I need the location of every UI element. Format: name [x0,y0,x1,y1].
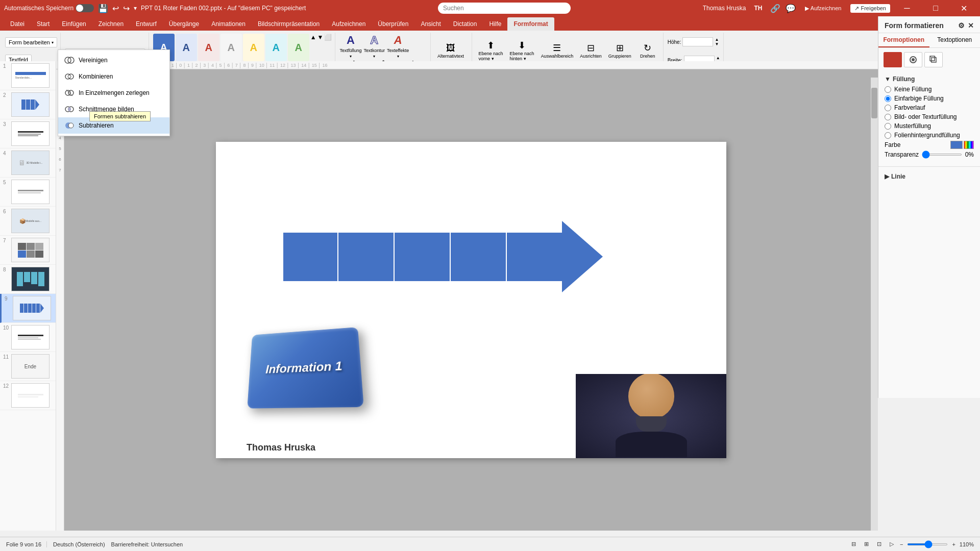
slide-thumb-11[interactable]: 11 Ende [0,352,56,381]
line-section-header[interactable]: ▶ Linie [885,173,974,180]
scroll-vertical[interactable] [871,78,878,531]
formenarten-down[interactable]: ▼ [317,34,324,41]
fill-radio-gradient[interactable] [885,105,891,111]
fill-radio-pattern[interactable] [885,123,891,130]
tab-einfugen[interactable]: Einfügen [56,17,92,31]
color-swatch[interactable] [950,141,963,149]
view-present-btn[interactable]: ▷ [888,540,896,548]
textfullung-btn[interactable]: A Textfüllung ▾ [339,34,361,59]
ebene-vor-btn[interactable]: ⬆ Ebene nachvorne ▾ [476,39,506,63]
shape-icon-3d[interactable] [924,52,943,67]
tab-aufzeichnen[interactable]: Aufzeichnen [326,17,372,31]
fill-radio-background[interactable] [885,132,891,139]
gruppieren-btn[interactable]: ⊞ Gruppieren [606,42,634,60]
slide-thumb-3[interactable]: 3 [0,119,56,148]
tab-ansicht[interactable]: Ansicht [414,17,447,31]
auswahl-btn[interactable]: ☰ Auswahlbereich [538,42,576,60]
fill-radio-solid[interactable] [885,95,891,102]
present-btn[interactable]: ▶ Aufzeichnen [801,4,845,13]
formenarten-expand[interactable]: ⬜ [324,34,332,41]
form-bearbeiten-btn[interactable]: Form bearbeiten ▾ [5,37,57,47]
slide-thumb-7[interactable]: 7 [0,236,56,265]
slide-thumb-12[interactable]: 12 [0,381,56,410]
slide-canvas[interactable]: Information 1 Thomas Hruska [64,69,878,531]
fill-option-gradient[interactable]: Farbverlauf [885,104,974,111]
texteffekte-btn[interactable]: A Texteffekte ▾ [387,34,409,59]
textkontur-btn[interactable]: A Textkontur ▾ [363,34,385,59]
tab-dictation[interactable]: Dictation [447,17,483,31]
merge-einzelmengen[interactable]: In Einzelmengen zerlegen [58,85,169,101]
tab-uberprufen[interactable]: Überprüfen [372,17,414,31]
search-input[interactable] [438,3,571,14]
autosave-toggle[interactable]: Automatisches Speichern [4,4,94,12]
scroll-thumb[interactable] [871,88,877,118]
minus-zoom-btn[interactable]: − [900,541,903,547]
shape-icon-fill[interactable] [884,52,902,67]
slide-thumb-8[interactable]: 8 [0,265,56,294]
comment-icon[interactable]: 💬 [786,4,796,13]
fill-radio-image[interactable] [885,114,891,120]
transparency-slider[interactable] [922,154,962,156]
tab-prasentation[interactable]: Bildschirmpräsentation [252,17,326,31]
style-btn-2[interactable]: A [176,34,197,61]
rpanel-tab-form[interactable]: Formoptionen [878,33,929,47]
hohe-arrows[interactable]: ▲▼ [715,37,719,46]
alternativtext-btn[interactable]: 🖼 Alternativtext [435,42,467,60]
slide-thumb-4[interactable]: 4 🖥 3D Modelle i... [0,148,56,178]
tab-formformat[interactable]: Formformat [507,17,554,31]
view-outline-btn[interactable]: ⊞ [862,540,871,548]
redo-icon[interactable]: ↪ [123,4,130,13]
fill-option-pattern[interactable]: Musterfüllung [885,122,974,130]
more-icon[interactable]: ▾ [134,5,137,12]
slide-thumb-2[interactable]: 2 [0,90,56,119]
ausrichten-btn[interactable]: ⊟ Ausrichten [577,42,604,60]
style-btn-3[interactable]: A [198,34,219,61]
arrow-shape[interactable] [282,221,603,292]
tab-hilfe[interactable]: Hilfe [483,17,507,31]
save-icon[interactable]: 💾 [98,4,108,13]
freigeben-btn[interactable]: ↗ Freigeben [850,4,890,13]
slide-thumb-10[interactable]: 10 [0,323,56,352]
style-btn-5[interactable]: A [243,34,264,61]
slide-content[interactable]: Information 1 Thomas Hruska [216,142,726,458]
tab-zeichnen[interactable]: Zeichnen [92,17,130,31]
merge-kombinieren[interactable]: Kombinieren [58,68,169,85]
tab-datei[interactable]: Datei [4,17,31,31]
undo-icon[interactable]: ↩ [112,4,119,13]
info-button[interactable]: Information 1 [247,328,359,407]
formenarten-up[interactable]: ▲ [310,34,316,41]
slide-thumb-6[interactable]: 6 📦 Modelle aus... [0,207,56,236]
style-btn-6[interactable]: A [265,34,287,61]
zoom-slider[interactable] [907,543,948,545]
autosave-switch[interactable] [76,4,94,12]
style-btn-7[interactable]: A [288,34,309,61]
tab-entwurf[interactable]: Entwurf [130,17,163,31]
panel-close-icon[interactable]: ✕ [968,21,974,30]
style-btn-4[interactable]: A [220,34,242,61]
shape-icon-effect[interactable] [904,52,922,67]
view-reading-btn[interactable]: ⊡ [875,540,884,548]
slide-thumb-5[interactable]: 5 [0,178,56,207]
fill-option-background[interactable]: Folienhintergrundfüllung [885,132,974,139]
hohe-input[interactable] [682,37,713,46]
view-normal-btn[interactable]: ⊟ [849,540,858,548]
fill-option-solid[interactable]: Einfarbige Füllung [885,95,974,102]
fill-section-header[interactable]: ▼ Füllung [885,76,974,83]
panel-settings-icon[interactable]: ⚙ [958,21,965,30]
color-picker-btn[interactable] [964,141,974,149]
fill-option-none[interactable]: Keine Füllung [885,86,974,93]
merge-vereinigen[interactable]: Vereinigen [58,52,169,68]
ebene-hint-btn[interactable]: ⬇ Ebene nachhinten ▾ [507,39,537,63]
fill-option-image[interactable]: Bild- oder Texturfüllung [885,113,974,120]
slide-thumb-1[interactable]: 1 Standardabs... [0,61,56,90]
maximize-button[interactable]: □ [924,0,947,16]
close-button[interactable]: ✕ [952,0,976,16]
tab-start[interactable]: Start [31,17,56,31]
minimize-button[interactable]: ─ [895,0,919,16]
tab-animationen[interactable]: Animationen [205,17,252,31]
tab-ubergange[interactable]: Übergänge [163,17,205,31]
fill-radio-none[interactable] [885,86,891,93]
plus-zoom-btn[interactable]: + [952,541,955,547]
share-icon[interactable]: 🔗 [770,4,780,13]
rpanel-tab-text[interactable]: Textoptionen [929,33,981,47]
